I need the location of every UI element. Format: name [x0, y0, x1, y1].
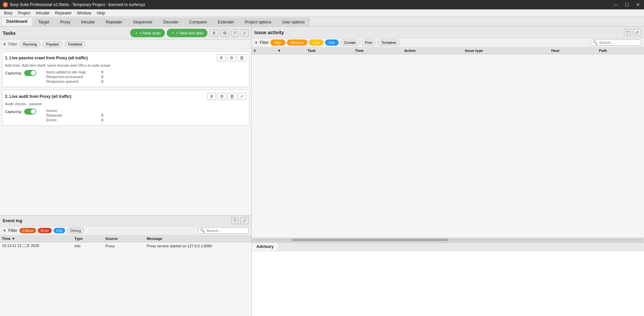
event-log-critical-btn[interactable]: Critical — [19, 228, 36, 233]
menu-help[interactable]: Help — [94, 10, 108, 16]
event-log-tbody: 15:13:21 12 二月 2020 Info Proxy Proxy ser… — [0, 242, 251, 250]
task-2-toggle[interactable] — [24, 109, 36, 115]
left-panel: Tasks ＋ + New scan ＋ + New live task ⏸ ⚙… — [0, 27, 252, 316]
tab-proxy[interactable]: Proxy — [55, 18, 76, 26]
stat-value: 0 — [101, 113, 103, 117]
issue-filter-firm[interactable]: Firm — [361, 40, 376, 46]
tasks-filter-finished[interactable]: Finished — [64, 41, 86, 47]
col-type: Type — [72, 235, 103, 242]
scroll-track — [252, 239, 643, 241]
col-time: Time ▼ — [0, 235, 72, 242]
menu-repeater[interactable]: Repeater — [52, 10, 74, 16]
issue-col-action: Action — [402, 47, 463, 54]
event-log-debug-btn[interactable]: Debug — [67, 228, 84, 234]
stat-value: 0 — [101, 70, 103, 74]
issue-data-table: # ▼ Task Time Action Issue type Host Pat… — [252, 47, 644, 54]
new-live-task-button[interactable]: ＋ + New live task — [167, 29, 207, 37]
stat-value: 0 — [101, 118, 103, 122]
issue-filter-low[interactable]: Low — [309, 40, 323, 46]
tasks-section: Tasks ＋ + New scan ＋ + New live task ⏸ ⚙… — [0, 27, 251, 215]
tab-intruder[interactable]: Intruder — [76, 18, 100, 26]
tasks-settings-button[interactable]: ⚙ — [220, 29, 229, 37]
task-2-stats: Issues: Requests: 0 Errors: 0 — [46, 109, 103, 123]
stat-label: Responses processed: — [46, 75, 100, 79]
tab-dashboard[interactable]: Dashboard — [1, 17, 33, 26]
tab-comparer[interactable]: Comparer — [184, 18, 212, 26]
issue-activity-title: Issue activity — [254, 30, 284, 35]
tab-project-options[interactable]: Project options — [240, 18, 276, 26]
event-time: 15:13:21 12 二月 2020 — [0, 242, 72, 250]
task-1-stats: Items added to site map: 0 Responses pro… — [46, 70, 103, 84]
advisory-tab[interactable]: Advisory — [252, 243, 279, 251]
tab-decoder[interactable]: Decoder — [158, 18, 184, 26]
issue-expand-btn[interactable]: ⤢ — [633, 29, 641, 36]
issue-filter-tentative[interactable]: Tentative — [378, 40, 400, 46]
task-1-settings-btn[interactable]: ⚙ — [227, 54, 236, 61]
task-1-desc: Add links. Add item itself, same domain … — [5, 63, 246, 67]
tab-user-options[interactable]: User options — [277, 18, 310, 26]
title-bar: B Burp Suite Professional v2.0beta - Tem… — [0, 0, 644, 9]
menu-window[interactable]: Window — [74, 10, 94, 16]
stat-value: 0 — [101, 79, 103, 83]
task-2-stat-2: Errors: 0 — [46, 118, 103, 122]
issue-filter-info[interactable]: Info — [325, 40, 339, 46]
tasks-header-right: ＋ + New scan ＋ + New live task ⏸ ⚙ ? ⤢ — [130, 29, 249, 37]
tab-repeater[interactable]: Repeater — [101, 18, 127, 26]
event-log-expand-btn[interactable]: ⤢ — [240, 217, 249, 224]
menu-intruder[interactable]: Intruder — [33, 10, 52, 16]
issue-filter-icon: ▼ — [254, 41, 258, 45]
tab-target[interactable]: Target — [33, 18, 54, 26]
issue-filter-certain[interactable]: Certain — [340, 40, 359, 46]
close-button[interactable]: ✕ — [635, 2, 641, 7]
event-log-filter-bar: ▼ Filter Critical Error Info Debug 🔍 — [0, 226, 251, 235]
task-1-info: Capturing: Items added to site map: 0 Re… — [5, 70, 246, 84]
tasks-body: 1. Live passive crawl from Proxy (all tr… — [0, 49, 251, 215]
event-log-search-input[interactable] — [206, 229, 247, 233]
restore-button[interactable]: ☐ — [624, 2, 631, 7]
tasks-expand-button[interactable]: ⤢ — [240, 29, 249, 37]
stat-label: Responses queued: — [46, 79, 100, 83]
tasks-help-button[interactable]: ? — [231, 29, 238, 37]
new-scan-button[interactable]: ＋ + New scan — [130, 29, 165, 37]
scroll-thumb — [292, 239, 448, 241]
issue-filter-medium[interactable]: Medium — [287, 40, 307, 46]
task-1-icons: ⏸ ⚙ 🗑 — [217, 54, 246, 61]
stat-value: 0 — [101, 75, 103, 79]
tab-extender[interactable]: Extender — [213, 18, 239, 26]
title-text: Burp Suite Professional v2.0beta - Tempo… — [10, 2, 145, 7]
tab-sequencer[interactable]: Sequencer — [128, 18, 157, 26]
task-1-capture-label: Capturing: — [5, 71, 22, 75]
event-log-header-right: ? ⤢ — [231, 217, 249, 224]
task-2-settings-btn[interactable]: ⚙ — [217, 93, 226, 100]
issue-filter-bar: ▼ Filter High Medium Low Info Certain Fi… — [252, 38, 644, 47]
issue-col-task: Task — [305, 47, 353, 54]
event-log-error-btn[interactable]: Error — [38, 228, 51, 233]
task-2-delete-btn[interactable]: 🗑 — [228, 93, 237, 100]
menu-project[interactable]: Project — [15, 10, 33, 16]
issue-header-row: # ▼ Task Time Action Issue type Host Pat… — [252, 47, 644, 54]
task-2-expand-btn[interactable]: ⤢ — [238, 93, 246, 100]
issue-filter-high[interactable]: High — [270, 40, 286, 46]
menu-burp[interactable]: Burp — [1, 10, 15, 16]
app-icon: B — [3, 2, 8, 7]
col-source: Source — [103, 235, 145, 242]
event-message: Proxy service started on 127.0.0.1:8080 — [145, 242, 251, 250]
tasks-pause-button[interactable]: ⏸ — [209, 29, 218, 37]
event-log-info-btn[interactable]: Info — [54, 228, 65, 233]
issue-col-time: Time — [353, 47, 402, 54]
event-log-help-btn[interactable]: ? — [231, 217, 238, 224]
task-1-pause-btn[interactable]: ⏸ — [217, 54, 226, 61]
issue-search-input[interactable] — [599, 41, 639, 45]
tasks-filter-running[interactable]: Running — [19, 41, 41, 47]
menu-bar: Burp Project Intruder Repeater Window He… — [0, 9, 644, 17]
advisory-body — [252, 251, 644, 316]
task-1-delete-btn[interactable]: 🗑 — [237, 54, 246, 61]
minimize-button[interactable]: — — [612, 2, 620, 7]
task-card-1: 1. Live passive crawl from Proxy (all tr… — [2, 51, 249, 87]
task-2-pause-btn[interactable]: ⏸ — [207, 93, 216, 100]
task-1-toggle[interactable] — [24, 70, 36, 76]
event-log-filter-icon: ▼ — [3, 229, 6, 233]
issue-help-btn[interactable]: ? — [624, 29, 631, 36]
main-content: Tasks ＋ + New scan ＋ + New live task ⏸ ⚙… — [0, 27, 644, 316]
tasks-filter-paused[interactable]: Paused — [43, 41, 62, 47]
